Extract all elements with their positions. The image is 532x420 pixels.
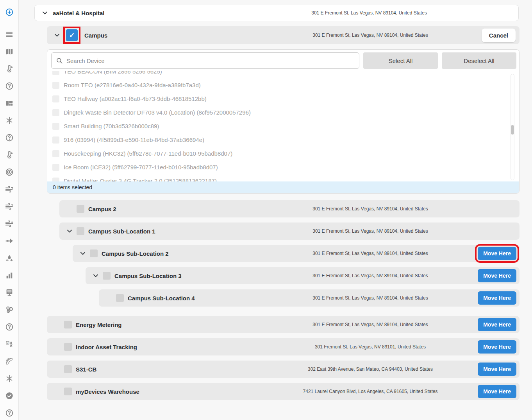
snowflake-icon[interactable]	[5, 116, 14, 125]
device-checkbox[interactable]	[52, 109, 59, 116]
location-row[interactable]: S31-CB302 East 39th Avenue, San Mateo, C…	[47, 361, 520, 378]
device-checkbox[interactable]	[52, 82, 59, 89]
device-list-item[interactable]: TEO BEACON (BIM 2856 5256 5625)	[52, 71, 519, 78]
device-list-item[interactable]: Dingtek Waste Bin Detector DF703 v4.0 (L…	[52, 106, 519, 119]
cancel-button[interactable]: Cancel	[482, 29, 516, 42]
move-here-button[interactable]: Move Here	[478, 385, 516, 398]
device-list-item[interactable]: Digital Matter Oyster 3 4G Tracker 2.0 (…	[52, 174, 519, 181]
device-list-item[interactable]: 916 (03994) (4f5899d3-e590-11eb-84bd-37a…	[52, 133, 519, 147]
wind-icon[interactable]	[5, 202, 14, 211]
device-label: Room TEO (e27816e6-0a40-432a-9fda-a389fb…	[64, 82, 201, 88]
location-row-root[interactable]: aaHotel & Hospital 301 E Fremont St, Las…	[34, 5, 519, 21]
sidebar: 2	[0, 0, 19, 420]
radar-icon[interactable]	[5, 168, 14, 176]
device-list-item[interactable]: Room TEO (e27816e6-0a40-432a-9fda-a389fb…	[52, 78, 519, 92]
location-row[interactable]: Indoor Asset Tracking301 Fremont St, Las…	[47, 338, 520, 355]
wind-icon[interactable]	[5, 185, 14, 194]
location-checkbox[interactable]	[90, 249, 98, 257]
location-checkbox[interactable]	[64, 343, 72, 351]
device-label: TEO Hallway (a002ac11-f6a0-4b73-9ddb-468…	[64, 95, 207, 102]
map-icon[interactable]	[5, 47, 14, 56]
location-name: Energy Metering	[76, 321, 122, 328]
device-checkbox[interactable]	[52, 123, 59, 130]
device-label: Dingtek Waste Bin Detector DF703 v4.0 (L…	[64, 109, 251, 116]
location-row[interactable]: Campus Sub-Location 2301 E Fremont St, L…	[73, 245, 520, 262]
device-checkbox[interactable]	[52, 178, 59, 182]
location-name: Campus Sub-Location 1	[88, 228, 155, 235]
location-checkbox[interactable]	[64, 365, 72, 373]
location-address: 301 E Fremont St, Las Vegas, NV 89104, U…	[280, 322, 460, 327]
items-selected-bar: 0 items selected	[47, 181, 519, 193]
location-name: Campus Sub-Location 2	[102, 250, 169, 257]
device-checkbox[interactable]	[52, 136, 59, 144]
device-list[interactable]: TEO BEACON (BIM 2856 5256 5625)Room TEO …	[47, 71, 519, 181]
move-here-button[interactable]: Move Here	[478, 340, 516, 354]
help-icon[interactable]	[5, 409, 14, 417]
thermometer-icon[interactable]	[5, 151, 14, 159]
location-row[interactable]: myDevices Warehouse7421 Laurel Canyon Bl…	[47, 383, 520, 400]
device-label: TEO BEACON (BIM 2856 5256 5625)	[64, 71, 162, 75]
campus-checkbox-checked[interactable]: ✓	[66, 29, 78, 41]
location-checkbox[interactable]	[103, 272, 111, 280]
arrow-right-icon[interactable]	[5, 237, 14, 245]
help-icon[interactable]	[5, 133, 14, 142]
device-selection-panel: Select All Deselect All TEO BEACON (BIM …	[47, 49, 520, 194]
check-circle-icon[interactable]	[5, 391, 14, 400]
floorplan-icon[interactable]	[5, 99, 14, 108]
location-address: 301 E Fremont St, Las Vegas, NV 89104, U…	[280, 251, 460, 256]
kiosk-icon[interactable]	[5, 288, 14, 297]
device-label: Ice Room (ICE32) (5ff62799-7077-11ed-b01…	[64, 164, 218, 171]
move-here-button[interactable]: Move Here	[478, 247, 516, 260]
location-name: Indoor Asset Tracking	[76, 344, 137, 350]
location-row[interactable]: Campus 2301 E Fremont St, Las Vegas, NV …	[59, 200, 520, 217]
location-checkbox[interactable]	[64, 321, 72, 328]
device-list-item[interactable]: Ice Room (ICE32) (5ff62799-7077-11ed-b01…	[52, 160, 519, 174]
search-device-input[interactable]	[51, 52, 359, 69]
location-row-campus[interactable]: ✓ Campus 301 E Fremont St, Las Vegas, NV…	[47, 26, 520, 44]
location-address: 302 East 39th Avenue, San Mateo, CA 9440…	[280, 366, 460, 372]
chevron-down-icon[interactable]	[41, 9, 49, 17]
menu-icon[interactable]	[5, 30, 14, 39]
device-checkbox[interactable]	[52, 71, 59, 75]
location-name: Campus Sub-Location 4	[128, 295, 195, 302]
device-list-item[interactable]: TEO Hallway (a002ac11-f6a0-4b73-9ddb-468…	[52, 92, 519, 106]
vibration-icon[interactable]	[5, 357, 14, 366]
chevron-down-icon[interactable]	[53, 31, 61, 39]
deselect-all-button[interactable]: Deselect All	[442, 52, 516, 69]
location-checkbox[interactable]	[64, 388, 72, 395]
device-checkbox[interactable]	[52, 150, 59, 157]
chevron-down-icon[interactable]	[92, 272, 100, 280]
device-list-item[interactable]: Housekeeping (HKC32) (5ff6278c-7077-11ed…	[52, 147, 519, 160]
location-checkbox[interactable]	[77, 227, 84, 235]
snowflake-icon[interactable]	[5, 374, 14, 383]
scrollbar-thumb[interactable]	[511, 125, 514, 135]
chevron-down-icon[interactable]	[79, 249, 87, 257]
water-exchange-icon[interactable]	[5, 254, 14, 262]
device-list-scrollbar[interactable]	[511, 74, 514, 180]
location-row[interactable]: Energy Metering301 E Fremont St, Las Veg…	[47, 316, 520, 333]
device-checkbox[interactable]	[52, 164, 59, 171]
location-row[interactable]: Campus Sub-Location 3301 E Fremont St, L…	[86, 267, 520, 284]
location-row[interactable]: Campus Sub-Location 1301 E Fremont St, L…	[59, 223, 520, 240]
device-checkbox[interactable]	[52, 95, 59, 102]
search-wrap	[51, 52, 359, 69]
device-list-item[interactable]: Smart Building (70b3d5326b000c89)	[52, 119, 519, 133]
pulley-icon[interactable]	[5, 305, 14, 314]
thermometer-icon[interactable]	[5, 65, 14, 73]
location-checkbox[interactable]	[116, 294, 124, 302]
help-icon[interactable]	[5, 323, 14, 331]
bar-chart-icon[interactable]	[5, 271, 14, 280]
device-label: Housekeeping (HKC32) (5ff6278c-7077-11ed…	[64, 150, 232, 157]
select-all-button[interactable]: Select All	[363, 52, 438, 69]
move-here-button[interactable]: Move Here	[478, 318, 516, 331]
chevron-down-icon[interactable]	[66, 227, 73, 235]
evacuation-icon[interactable]: 2	[5, 340, 14, 348]
wind-icon[interactable]	[5, 219, 14, 228]
location-checkbox[interactable]	[77, 205, 84, 213]
help-icon[interactable]	[5, 82, 14, 90]
move-here-button[interactable]: Move Here	[478, 363, 516, 376]
location-row[interactable]: Campus Sub-Location 4301 E Fremont St, L…	[99, 289, 520, 307]
move-here-button[interactable]: Move Here	[478, 291, 516, 305]
add-circle-icon[interactable]	[5, 8, 14, 16]
move-here-button[interactable]: Move Here	[478, 269, 516, 282]
